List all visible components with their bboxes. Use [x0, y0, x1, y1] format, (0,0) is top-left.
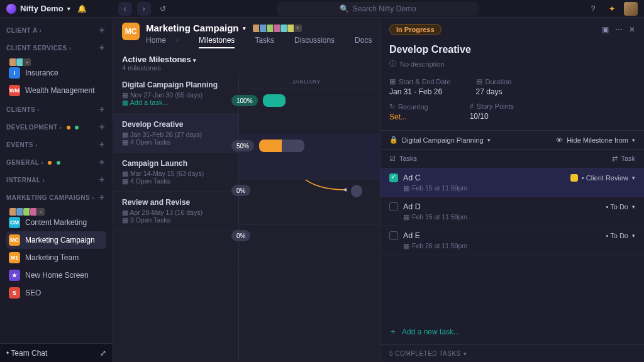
archive-icon[interactable]: ▣ [602, 25, 609, 34]
duration-value: 27 days [476, 87, 512, 96]
add-icon[interactable]: ＋ [97, 42, 107, 53]
group-events[interactable]: EVENTS › ＋ [6, 137, 106, 152]
tab-milestones[interactable]: Milestones [199, 36, 235, 48]
milestone-card[interactable]: Campaign Launch▦ Mar 14-May 15 (63 days)… [113, 153, 238, 192]
group-client-services[interactable]: CLIENT SERVICES › ＋ [6, 40, 106, 55]
nifty-logo-icon [6, 4, 16, 14]
add-icon[interactable]: ＋ [97, 104, 107, 115]
bell-icon[interactable]: 🔔 [75, 2, 89, 16]
tasks-icon: ☑ [389, 155, 396, 163]
chevron-down-icon: ▾ [67, 6, 70, 12]
add-icon[interactable]: ＋ [97, 192, 107, 203]
open-tasks: ▦ 4 Open Tasks [122, 138, 230, 146]
task-row[interactable]: Ad E• To Do ▾▦Feb 26 at 11:59pm [380, 226, 644, 255]
dependency-row[interactable]: 🔒Digital Campaign Planning ▾ 👁Hide Miles… [380, 130, 644, 150]
month-january: JANUARY [239, 74, 374, 89]
sidebar: CLIENT A › ＋CLIENT SERVICES › ＋+IInsuran… [0, 18, 113, 362]
chevron-down-icon: ▾ [243, 25, 246, 31]
task-status[interactable]: • To Do ▾ [606, 232, 635, 239]
milestone-detail-panel: In Progress ▣ ⋯ ✕ Develop Creative ⓘNo d… [380, 18, 644, 362]
team-chat[interactable]: • Team Chat ⤢ [0, 343, 113, 362]
project-avatar: MC [122, 23, 140, 40]
add-new-task[interactable]: ＋ Add a new task... [380, 319, 644, 344]
calendar-icon: ▦ [403, 184, 409, 192]
lock-icon: 🔒 [389, 136, 398, 144]
expand-icon: ⤢ [100, 349, 106, 358]
wand-icon[interactable]: ✦ [605, 2, 619, 16]
user-avatar[interactable] [624, 2, 638, 16]
search-icon: 🔍 [340, 4, 349, 13]
sidebar-item-seo[interactable]: SSEO [6, 284, 106, 302]
sidebar-item-marketing-campaign[interactable]: MCMarketing Campaign [6, 231, 106, 249]
nav-back-button[interactable]: ‹ [118, 2, 132, 16]
task-checkbox[interactable] [389, 231, 398, 240]
tasks-label: Tasks [399, 155, 417, 163]
add-icon[interactable]: ＋ [97, 25, 107, 36]
help-icon[interactable]: ? [586, 2, 600, 16]
date-value[interactable]: Jan 31 - Feb 26 [389, 87, 451, 96]
sidebar-item-new-home-screen[interactable]: ★New Home Screen [6, 266, 106, 284]
milestone-list: Digital Campaign Planning▦ Nov 27-Jan 30… [113, 74, 239, 362]
task-checkbox[interactable] [389, 202, 398, 211]
nav-forward-button[interactable]: › [137, 2, 151, 16]
group-client-a[interactable]: CLIENT A › ＋ [6, 23, 106, 38]
milestone-card[interactable]: Review and Revise▦ Apr 28-May 13 (16 day… [113, 192, 238, 231]
tab-home[interactable]: Home [146, 36, 166, 48]
points-icon: # [470, 102, 474, 110]
recurring-set[interactable]: Set... [389, 112, 428, 121]
add-task-shortcut[interactable]: ⇄ Task [612, 155, 635, 163]
workspace-switcher[interactable]: Nifty Demo ▾ [6, 4, 70, 14]
open-tasks: ▦ 3 Open Tasks [122, 216, 230, 224]
panel-title[interactable]: Develop Creative [389, 44, 635, 55]
member-avatars[interactable]: + [250, 24, 301, 33]
tab-tasks[interactable]: Tasks [255, 36, 274, 48]
milestone-card[interactable]: Digital Campaign Planning▦ Nov 27-Jan 30… [113, 74, 238, 114]
close-icon[interactable]: ✕ [629, 25, 635, 34]
calendar-icon: ▦ [389, 77, 396, 85]
group-clients[interactable]: CLIENTS › ＋ [6, 102, 106, 117]
history-icon[interactable]: ↺ [156, 2, 170, 16]
add-icon[interactable]: ＋ [97, 139, 107, 150]
workspace-name: Nifty Demo [20, 4, 64, 13]
add-icon[interactable]: ＋ [97, 156, 107, 168]
open-tasks: ▦ 4 Open Tasks [122, 177, 230, 185]
add-icon[interactable]: ＋ [97, 121, 107, 133]
group-general[interactable]: GENERAL › ＋ [6, 155, 106, 170]
add-icon[interactable]: ＋ [97, 174, 107, 185]
task-row[interactable]: Ad C• Client Review ▾▦Feb 15 at 11:59pm [380, 168, 644, 197]
group-marketing-campaigns[interactable]: MARKETING CAMPAIGNS › ＋ [6, 190, 106, 205]
more-icon[interactable]: ⋯ [615, 25, 623, 34]
global-search[interactable]: 🔍 Search Nifty Demo [277, 2, 479, 16]
status-chip[interactable]: In Progress [389, 24, 441, 35]
recurring-icon: ↻ [389, 102, 395, 111]
info-icon: ⓘ [389, 59, 396, 69]
calendar-icon: ▦ [403, 242, 409, 250]
project-title[interactable]: Marketing Campaign ▾ + [146, 23, 408, 33]
task-checkbox[interactable] [389, 173, 398, 182]
description[interactable]: ⓘNo description [389, 59, 635, 69]
sidebar-item-wealth-management[interactable]: WMWealth Management [6, 82, 106, 99]
calendar-icon: ▦ [403, 213, 409, 221]
task-row[interactable]: Ad D• To Do ▾▦Feb 15 at 11:59pm [380, 197, 644, 226]
sidebar-item-marketing-team[interactable]: M1Marketing Team [6, 249, 106, 266]
topbar: Nifty Demo ▾ 🔔 ‹ › ↺ 🔍 Search Nifty Demo… [0, 0, 644, 18]
storypoints-value[interactable]: 10/10 [470, 112, 514, 121]
task-status[interactable]: • Client Review ▾ [570, 174, 635, 182]
project-tabs: Home›MilestonesTasksDiscussionsDocsFiles [146, 36, 408, 48]
tab-docs[interactable]: Docs [355, 36, 372, 48]
tab-discussions[interactable]: Discussions [294, 36, 335, 48]
task-status[interactable]: • To Do ▾ [606, 203, 635, 211]
search-placeholder: Search Nifty Demo [353, 4, 416, 13]
completed-toggle[interactable]: 5 COMPLETED TASKS ▾ [380, 344, 644, 362]
add-task-link[interactable]: ▦ Add a task... [122, 99, 230, 107]
sidebar-item-insurance[interactable]: IInsurance [6, 64, 106, 82]
eye-icon: 👁 [556, 136, 563, 144]
group-internal[interactable]: INTERNAL › ＋ [6, 172, 106, 187]
duration-icon: ▤ [476, 77, 482, 85]
sidebar-item-content-marketing[interactable]: CMContent Marketing [6, 214, 106, 231]
milestone-card[interactable]: Develop Creative▦ Jan 31-Feb 26 (27 days… [113, 114, 238, 153]
group-development[interactable]: DEVELOPMENT › ＋ [6, 119, 106, 134]
